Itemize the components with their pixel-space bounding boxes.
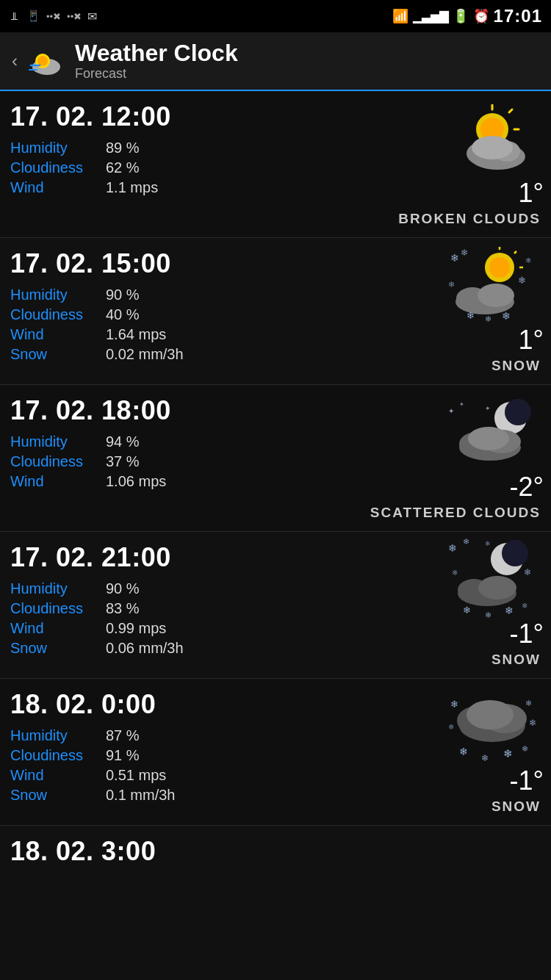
svg-text:❄: ❄ xyxy=(525,699,532,707)
svg-text:✦: ✦ xyxy=(485,405,491,412)
svg-line-9 xyxy=(509,109,512,112)
svg-point-16 xyxy=(489,257,510,278)
cell-signal-icon: ▁▃▅▇ xyxy=(413,10,448,24)
weather-icon-f5: ❄ ❄ ❄ ❄ ❄ ❄ ❄ ❄ xyxy=(441,689,544,763)
humidity-label-f2: Humidity xyxy=(10,287,106,303)
cloudiness-row-f5: Cloudiness 91 % xyxy=(10,747,302,764)
cloudiness-label-f1: Cloudiness xyxy=(10,159,106,176)
back-button[interactable]: ‹ xyxy=(12,51,18,71)
status-icons-left: ⫫ 📱 ••✖ ••✖ ✉ xyxy=(9,10,97,24)
snow-value-f4: 0.06 mm/3h xyxy=(106,640,184,657)
app-title: Weather Clock xyxy=(75,40,238,66)
svg-point-49 xyxy=(478,576,516,599)
svg-text:❄: ❄ xyxy=(452,569,458,577)
cloudiness-label-f2: Cloudiness xyxy=(10,306,106,323)
weather-stats-f2: Humidity 90 % Cloudiness 40 % Wind 1.64 … xyxy=(10,287,302,363)
snow-row-f4: Snow 0.06 mm/3h xyxy=(10,640,302,657)
forecast-right-f3: ✦ ✦ ✦ -2° xyxy=(441,395,544,502)
svg-text:❄: ❄ xyxy=(502,310,511,322)
wind-value-f1: 1.1 mps xyxy=(106,179,158,196)
forecast-container: 17. 02. 12:00 Humidity 89 % Cloudiness 6… xyxy=(0,91,551,884)
humidity-row-f1: Humidity 89 % xyxy=(10,140,302,156)
weather-icon-f2: ❄ ❄ ❄ ❄ ❄ ❄ ❄ ❄ xyxy=(441,248,544,322)
wind-row-f2: Wind 1.64 mps xyxy=(10,326,302,343)
wind-label-f1: Wind xyxy=(10,179,106,196)
svg-text:✦: ✦ xyxy=(448,407,454,415)
humidity-row-f4: Humidity 90 % xyxy=(10,580,302,597)
cloudiness-row-f1: Cloudiness 62 % xyxy=(10,159,302,176)
temperature-f4: -1° xyxy=(510,619,544,649)
wind-label-f2: Wind xyxy=(10,326,106,343)
cloudiness-value-f2: 40 % xyxy=(106,306,140,323)
wind-row-f5: Wind 0.51 mps xyxy=(10,767,302,784)
svg-text:✦: ✦ xyxy=(459,401,464,408)
humidity-value-f1: 89 % xyxy=(106,140,140,156)
wind-label-f3: Wind xyxy=(10,473,106,490)
humidity-row-f3: Humidity 94 % xyxy=(10,433,302,450)
snow-label-f4: Snow xyxy=(10,640,106,657)
cloudiness-row-f3: Cloudiness 37 % xyxy=(10,453,302,470)
forecast-card-f4: 17. 02. 21:00 Humidity 90 % Cloudiness 8… xyxy=(0,532,551,679)
cloudiness-value-f1: 62 % xyxy=(106,159,140,176)
svg-text:❄: ❄ xyxy=(522,744,528,753)
cloudiness-label-f5: Cloudiness xyxy=(10,747,106,764)
svg-text:❄: ❄ xyxy=(518,275,526,286)
wind-row-f1: Wind 1.1 mps xyxy=(10,179,302,196)
wind-label-f4: Wind xyxy=(10,620,106,637)
svg-text:❄: ❄ xyxy=(529,718,536,728)
svg-point-41 xyxy=(502,540,528,566)
weather-stats-f1: Humidity 89 % Cloudiness 62 % Wind 1.1 m… xyxy=(10,140,302,196)
svg-text:❄: ❄ xyxy=(463,605,471,616)
forecast-card-f1: 17. 02. 12:00 Humidity 89 % Cloudiness 6… xyxy=(0,91,551,238)
condition-label-f5: SNOW xyxy=(491,799,541,815)
usb-icon: ⫫ xyxy=(9,10,21,23)
weather-stats-f4: Humidity 90 % Cloudiness 83 % Wind 0.99 … xyxy=(10,580,302,657)
svg-text:❄: ❄ xyxy=(522,602,527,610)
forecast-card-f2: 17. 02. 15:00 Humidity 90 % Cloudiness 4… xyxy=(0,238,551,385)
status-icons-right: 📶 ▁▃▅▇ 🔋 ⏰ 17:01 xyxy=(392,6,542,26)
app-icon xyxy=(26,42,65,80)
svg-text:❄: ❄ xyxy=(448,280,455,289)
condition-label-f2: SNOW xyxy=(491,358,541,374)
battery-icon: 🔋 xyxy=(453,8,469,24)
app-header: ‹ Weather Clock Forecast xyxy=(0,32,551,91)
condition-label-f3: SCATTERED CLOUDS xyxy=(370,505,541,521)
humidity-row-f5: Humidity 87 % xyxy=(10,727,302,744)
humidity-value-f4: 90 % xyxy=(106,580,140,597)
snow-value-f2: 0.02 mm/3h xyxy=(106,346,184,363)
condition-label-f1: BROKEN CLOUDS xyxy=(398,211,541,227)
cloudiness-row-f2: Cloudiness 40 % xyxy=(10,306,302,323)
condition-label-f4: SNOW xyxy=(491,652,541,668)
svg-text:❄: ❄ xyxy=(459,746,468,757)
svg-text:❄: ❄ xyxy=(485,610,491,619)
svg-text:❄: ❄ xyxy=(450,699,458,710)
forecast-right-f4: ❄ ❄ ❄ ❄ ❄ ❄ ❄ ❄ ❄ -1° xyxy=(441,542,544,649)
signal-x1-icon: ••✖ xyxy=(46,11,61,22)
forecast-time-f6: 18. 02. 3:00 xyxy=(10,836,541,867)
weather-stats-f3: Humidity 94 % Cloudiness 37 % Wind 1.06 … xyxy=(10,433,302,490)
svg-text:❄: ❄ xyxy=(525,256,531,264)
wind-label-f5: Wind xyxy=(10,767,106,784)
svg-point-27 xyxy=(478,284,514,307)
temperature-f3: -2° xyxy=(510,472,544,502)
app-subtitle: Forecast xyxy=(75,66,238,82)
snow-row-f5: Snow 0.1 mm/3h xyxy=(10,787,302,804)
forecast-right-f5: ❄ ❄ ❄ ❄ ❄ ❄ ❄ ❄ -1° xyxy=(441,689,544,796)
svg-text:❄: ❄ xyxy=(448,723,454,731)
humidity-value-f3: 94 % xyxy=(106,433,140,450)
svg-point-14 xyxy=(472,136,513,159)
snow-row-f2: Snow 0.02 mm/3h xyxy=(10,346,302,363)
humidity-label-f3: Humidity xyxy=(10,433,106,450)
svg-text:❄: ❄ xyxy=(505,605,514,616)
status-bar: ⫫ 📱 ••✖ ••✖ ✉ 📶 ▁▃▅▇ 🔋 ⏰ 17:01 xyxy=(0,0,551,32)
cloudiness-value-f3: 37 % xyxy=(106,453,140,470)
wind-row-f4: Wind 0.99 mps xyxy=(10,620,302,637)
wind-value-f2: 1.64 mps xyxy=(106,326,166,343)
svg-point-57 xyxy=(467,700,514,729)
svg-text:❄: ❄ xyxy=(485,540,491,547)
temperature-f1: 1° xyxy=(519,178,544,209)
app-title-block: Weather Clock Forecast xyxy=(75,40,238,82)
signal-x2-icon: ••✖ xyxy=(67,11,82,22)
humidity-label-f5: Humidity xyxy=(10,727,106,744)
svg-text:❄: ❄ xyxy=(463,538,469,546)
